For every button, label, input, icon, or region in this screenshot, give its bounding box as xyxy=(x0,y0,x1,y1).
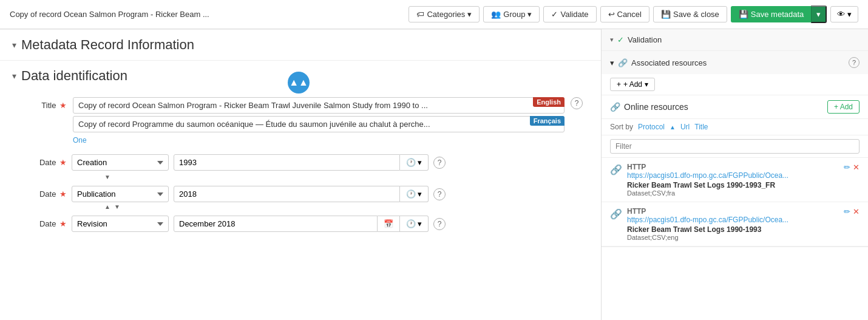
date-type-select-2[interactable]: Creation Publication Revision xyxy=(72,186,169,202)
resource-content-2: HTTP https://pacgis01.dfo-mpo.gc.ca/FGPP… xyxy=(627,207,839,241)
online-resources-title-group: 🔗 Online resources xyxy=(610,102,688,112)
add-online-resource-button[interactable]: + Add xyxy=(827,100,860,114)
metadata-record-section-header[interactable]: ▾ Metadata Record Information xyxy=(0,29,601,60)
resource-url-1[interactable]: https://pacgis01.dfo-mpo.gc.ca/FGPPublic… xyxy=(627,171,839,180)
date-input-wrapper-1: 🕐 ▾ xyxy=(174,154,429,171)
title-english-input[interactable] xyxy=(73,97,565,114)
validation-label: Validation xyxy=(628,35,662,44)
chevron-down-icon: ▾ xyxy=(418,189,422,199)
plus-icon: + xyxy=(617,80,621,89)
validation-check-icon: ✓ xyxy=(617,35,624,44)
sort-protocol-link[interactable]: Protocol xyxy=(638,123,665,131)
validate-button[interactable]: ✓ Validate xyxy=(543,6,596,22)
chevron-down-icon: ▾ xyxy=(467,10,472,19)
sort-title-link[interactable]: Title xyxy=(694,123,708,131)
edit-resource-1-icon[interactable]: ✏ xyxy=(844,163,850,172)
chevron-down-icon: ▾ xyxy=(418,219,422,228)
main-layout: ▲▲ ▾ Metadata Record Information ▾ Data … xyxy=(0,29,868,320)
clock-icon: 🕐 xyxy=(406,219,416,228)
title-label: Title ★ xyxy=(18,97,67,110)
resource-content-1: HTTP https://pacgis01.dfo-mpo.gc.ca/FGPP… xyxy=(627,163,839,197)
date-help-icon-2[interactable]: ? xyxy=(433,188,446,200)
sort-url-link[interactable]: Url xyxy=(680,123,690,131)
resource-meta-1: Dataset;CSV;fra xyxy=(627,189,839,197)
associated-resources-section: ▾ 🔗 Associated resources ? + + Add ▾ 🔗 xyxy=(602,51,868,247)
group-button[interactable]: 👥 Group ▾ xyxy=(483,6,540,22)
required-indicator: ★ xyxy=(59,219,67,228)
date-label-3: Date ★ xyxy=(18,219,67,228)
resource-protocol-1: HTTP xyxy=(627,163,839,171)
date-calendar-button-3[interactable]: 📅 xyxy=(378,216,400,232)
resource-item-1: 🔗 HTTP https://pacgis01.dfo-mpo.gc.ca/FG… xyxy=(602,158,868,202)
sort-up-icon: ▲ xyxy=(670,124,676,131)
date-input-wrapper-3: 📅 🕐 ▾ xyxy=(174,216,429,232)
left-content: ▲▲ ▾ Metadata Record Information ▾ Data … xyxy=(0,29,601,320)
date-help-icon-3[interactable]: ? xyxy=(433,218,446,230)
english-badge: English xyxy=(533,97,565,107)
filter-row xyxy=(602,135,868,158)
page-title: Copy of record Ocean Salmon Program - Ri… xyxy=(10,10,209,19)
date-label-2: Date ★ xyxy=(18,189,67,199)
categories-button[interactable]: 🏷 Categories ▾ xyxy=(409,6,480,22)
date-row-3: Date ★ Creation Publication Revision 📅 🕐… xyxy=(0,212,601,236)
save-metadata-button[interactable]: 💾 Save metadata xyxy=(731,6,811,22)
online-resources-header: 🔗 Online resources + Add xyxy=(602,95,868,119)
french-badge: Français xyxy=(530,116,565,126)
date-row-publication: Date ★ Creation Publication Revision 🕐 ▾… xyxy=(0,182,601,206)
edit-resource-2-icon[interactable]: ✏ xyxy=(844,207,850,216)
resource-protocol-2: HTTP xyxy=(627,207,839,216)
associated-resources-help-icon[interactable]: ? xyxy=(849,57,860,68)
scroll-up-button[interactable]: ▲▲ xyxy=(288,72,310,94)
tag-icon: 🏷 xyxy=(416,10,424,19)
date-arrow-down-1: ▼ xyxy=(0,172,601,181)
date-time-button-2[interactable]: 🕐 ▾ xyxy=(400,186,429,202)
delete-resource-2-icon[interactable]: ✕ xyxy=(853,207,860,216)
date-arrows-2: ▲ ▼ xyxy=(0,203,601,211)
one-link[interactable]: One xyxy=(73,136,565,145)
validation-header[interactable]: ▾ ✓ Validation xyxy=(602,29,868,50)
date-time-button-1[interactable]: 🕐 ▾ xyxy=(400,154,429,171)
save-metadata-dropdown[interactable]: ▾ xyxy=(811,5,827,23)
online-resources-section: 🔗 Online resources + Add Sort by Protoco… xyxy=(602,95,868,247)
resource-actions-2: ✏ ✕ xyxy=(844,207,860,216)
date-value-input-3[interactable] xyxy=(174,216,378,232)
collapse-icon: ▾ xyxy=(12,40,16,50)
resource-link-icon-2: 🔗 xyxy=(610,208,622,220)
save-icon: 💾 xyxy=(661,10,671,19)
resource-url-2[interactable]: https://pacgis01.dfo-mpo.gc.ca/FGPPublic… xyxy=(627,216,839,224)
resource-actions-1: ✏ ✕ xyxy=(844,163,860,172)
resource-meta-2: Dataset;CSV;eng xyxy=(627,234,839,241)
clock-icon: 🕐 xyxy=(406,158,416,167)
date-help-icon-1[interactable]: ? xyxy=(433,157,446,169)
sort-row: Sort by Protocol ▲ Url Title xyxy=(602,119,868,135)
date-row-1: Date ★ Creation Publication Revision 🕐 ▾… xyxy=(0,151,601,181)
date-arrow-down-button-1[interactable]: ▼ xyxy=(103,174,112,181)
date-time-button-3[interactable]: 🕐 ▾ xyxy=(400,216,429,232)
date-type-select-3[interactable]: Creation Publication Revision xyxy=(72,216,169,232)
filter-input[interactable] xyxy=(610,139,860,154)
associated-resources-header: ▾ 🔗 Associated resources ? xyxy=(602,51,868,74)
top-bar-actions: 🏷 Categories ▾ 👥 Group ▾ ✓ Validate ↩ Ca… xyxy=(409,5,858,23)
add-resource-row: + + Add ▾ xyxy=(602,74,868,95)
save-close-button[interactable]: 💾 Save & close xyxy=(653,6,727,22)
resource-link-icon-1: 🔗 xyxy=(610,164,622,175)
data-identification-title: Data identification xyxy=(21,68,127,84)
group-icon: 👥 xyxy=(491,10,501,19)
add-resource-button[interactable]: + + Add ▾ xyxy=(610,78,655,91)
validation-section: ▾ ✓ Validation xyxy=(602,29,868,51)
collapse-icon: ▾ xyxy=(12,71,16,81)
date-row-creation: Date ★ Creation Publication Revision 🕐 ▾… xyxy=(0,151,601,174)
validation-title: ▾ ✓ Validation xyxy=(610,35,662,44)
eye-button[interactable]: 👁 ▾ xyxy=(830,6,858,22)
cancel-button[interactable]: ↩ Cancel xyxy=(600,6,649,22)
date-input-wrapper-2: 🕐 ▾ xyxy=(174,186,429,202)
title-help-icon[interactable]: ? xyxy=(571,97,583,109)
date-arrow-down-button-2[interactable]: ▼ xyxy=(113,203,121,211)
date-value-input-2[interactable] xyxy=(174,186,400,202)
date-value-input-1[interactable] xyxy=(174,154,400,171)
date-type-select-1[interactable]: Creation Publication Revision xyxy=(72,154,169,171)
date-arrow-up-button-2[interactable]: ▲ xyxy=(103,203,112,211)
date-row-2: Date ★ Creation Publication Revision 🕐 ▾… xyxy=(0,182,601,211)
title-french-input[interactable] xyxy=(73,116,565,132)
delete-resource-1-icon[interactable]: ✕ xyxy=(853,163,860,172)
